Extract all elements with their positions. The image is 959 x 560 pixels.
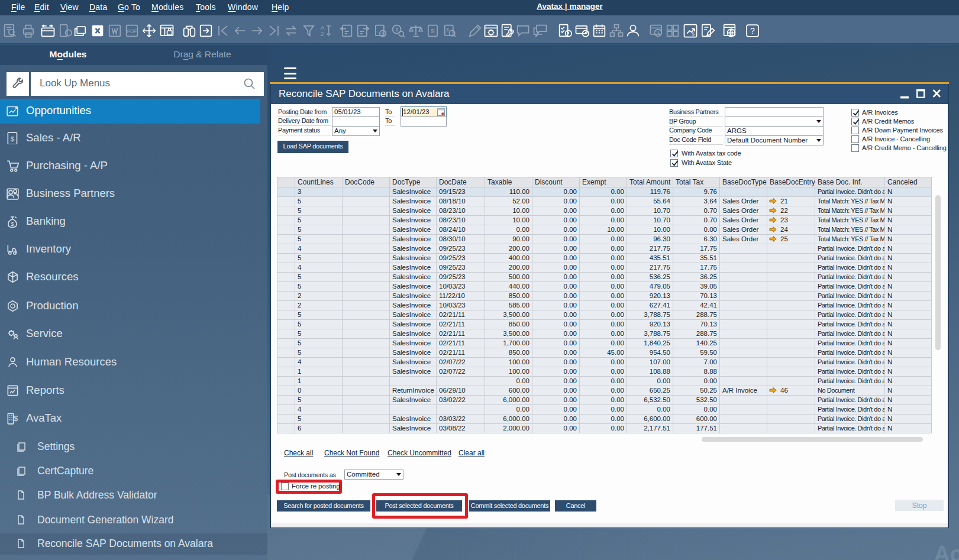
- svg-text:Z: Z: [321, 31, 324, 37]
- svg-text:$|: $|: [431, 28, 435, 34]
- svg-text:$: $: [446, 27, 449, 33]
- svg-text:$: $: [395, 27, 398, 33]
- svg-text:$: $: [14, 414, 18, 423]
- svg-text:?: ?: [750, 26, 755, 35]
- svg-text:A: A: [321, 24, 325, 31]
- svg-text:$: $: [11, 221, 14, 227]
- svg-text:$: $: [692, 31, 695, 37]
- svg-text:$: $: [11, 135, 15, 143]
- svg-text:PDF: PDF: [127, 29, 137, 34]
